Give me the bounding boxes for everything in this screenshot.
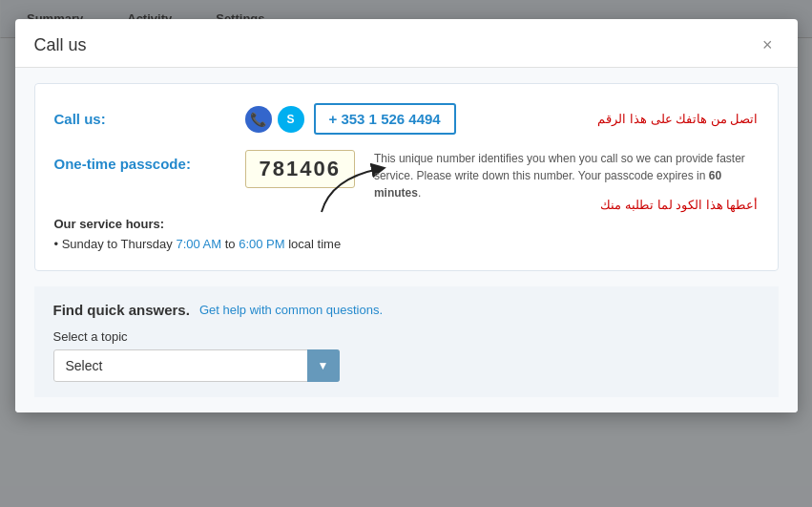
passcode-description: This unique number identifies you when y… [374, 150, 759, 201]
select-topic-wrapper: Select ▼ [53, 349, 340, 382]
skype-icon: S [278, 106, 304, 133]
service-hours-end: 6:00 PM [239, 237, 284, 251]
phone-icon: 📞 [245, 106, 272, 133]
select-topic-dropdown[interactable]: Select [53, 349, 340, 382]
modal-close-button[interactable]: × [757, 34, 779, 55]
modal-dialog: Call us × Call us: 📞 S + 353 1 526 4494 … [15, 19, 798, 412]
arabic-passcode-label: أعطها هذا الكود لما تطلبه منك [600, 198, 758, 212]
service-hours-item: Sunday to Thursday 7:00 AM to 6:00 PM lo… [54, 237, 759, 251]
call-us-label: Call us: [54, 111, 245, 127]
quick-answers-link[interactable]: Get help with common questions. [199, 303, 383, 317]
arabic-call-label: اتصل من هاتفك على هذا الرقم [597, 112, 758, 126]
call-us-row: Call us: 📞 S + 353 1 526 4494 اتصل من ها… [54, 103, 759, 135]
quick-answers-section: Find quick answers. Get help with common… [34, 286, 779, 397]
service-hours-start: 7:00 AM [176, 237, 221, 251]
phone-number-button[interactable]: + 353 1 526 4494 [314, 103, 456, 135]
modal-title: Call us [34, 35, 87, 55]
modal-overlay: Call us × Call us: 📞 S + 353 1 526 4494 … [0, 0, 812, 507]
call-icons: 📞 S [245, 106, 304, 133]
service-hours-title: Our service hours: [54, 217, 759, 231]
service-hours-section: Our service hours: Sunday to Thursday 7:… [54, 217, 759, 251]
modal-body: Call us: 📞 S + 353 1 526 4494 اتصل من ها… [15, 68, 798, 412]
quick-answers-header: Find quick answers. Get help with common… [53, 302, 760, 318]
modal-header: Call us × [15, 19, 798, 68]
passcode-label: One-time passcode: [54, 150, 245, 172]
passcode-row: One-time passcode: 781406 This [54, 150, 759, 201]
select-topic-label: Select a topic [53, 329, 760, 344]
quick-answers-title: Find quick answers. [53, 302, 190, 318]
call-box: Call us: 📞 S + 353 1 526 4494 اتصل من ها… [34, 83, 779, 271]
